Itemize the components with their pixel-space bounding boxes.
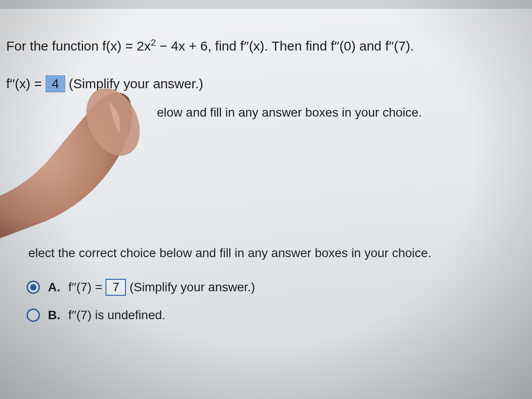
choice-a[interactable]: A. f′′(7) = 7 (Simplify your answer.) — [27, 279, 526, 296]
first-answer-line: f′′(x) = 4 (Simplify your answer.) — [6, 75, 526, 92]
radio-a[interactable] — [27, 281, 40, 294]
photo-vignette — [0, 0, 532, 399]
answer1-input[interactable]: 4 — [46, 75, 65, 92]
choice-group: A. f′′(7) = 7 (Simplify your answer.) B.… — [6, 279, 526, 322]
choice-a-hint: (Simplify your answer.) — [126, 280, 255, 294]
answer1-lhs: f′′(x) = — [6, 76, 46, 91]
choice-a-lhs: f′′(7) = — [68, 280, 106, 294]
window-chrome-fragment — [0, 0, 532, 8]
instruction-fragment: elow and fill in any answer boxes in you… — [6, 106, 526, 120]
svg-point-0 — [76, 89, 150, 164]
question-exponent: 2 — [151, 37, 156, 47]
choice-b-label: B. — [48, 308, 60, 322]
choice-a-content: f′′(7) = 7 (Simplify your answer.) — [68, 279, 255, 296]
question-text: For the function f(x) = 2x2 − 4x + 6, fi… — [6, 35, 526, 56]
question-prefix: For the function f(x) = 2x — [6, 39, 151, 53]
radio-b[interactable] — [27, 309, 40, 322]
choice-a-label: A. — [48, 280, 60, 294]
question-rest: − 4x + 6, find f′′(x). Then find f′′(0) … — [156, 39, 414, 53]
choice-b-text: f′′(7) is undefined. — [68, 308, 165, 322]
answer1-hint: (Simplify your answer.) — [65, 76, 203, 91]
question-page: For the function f(x) = 2x2 − 4x + 6, fi… — [0, 0, 532, 399]
instruction-repeat: elect the correct choice below and fill … — [6, 246, 526, 260]
choice-a-input[interactable]: 7 — [106, 279, 126, 296]
choice-b[interactable]: B. f′′(7) is undefined. — [27, 308, 526, 322]
